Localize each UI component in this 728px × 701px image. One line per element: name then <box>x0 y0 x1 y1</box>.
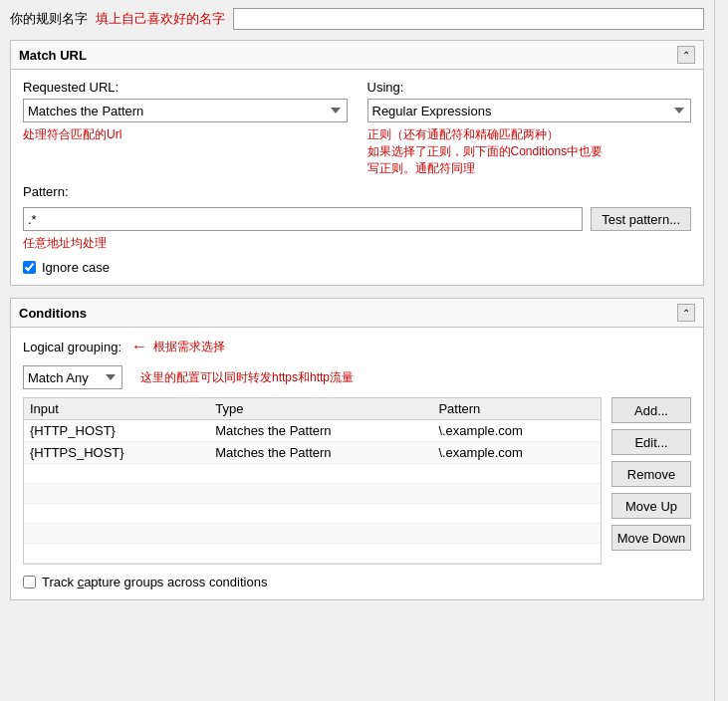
rule-name-row: 你的规则名字 填上自己喜欢好的名字 <box>10 8 704 30</box>
logical-grouping-label: Logical grouping: <box>23 340 121 354</box>
conditions-header: Conditions ⌃ <box>11 299 703 328</box>
logical-grouping-row: Logical grouping: ← 根据需求选择 <box>23 338 691 355</box>
table-row[interactable]: {HTTP_HOST} Matches the Pattern \.exampl… <box>24 420 601 442</box>
pattern-label: Pattern: <box>23 184 69 199</box>
pattern-section: Pattern: Test pattern... 任意地址均处理 <box>23 184 691 252</box>
rule-name-label: 你的规则名字 <box>10 10 88 28</box>
cell-pattern-1: \.example.com <box>432 442 601 464</box>
col-pattern: Pattern <box>432 398 601 420</box>
conditions-table: Input Type Pattern {HTTP_HOST} Matches t… <box>24 398 601 564</box>
move-up-button[interactable]: Move Up <box>611 493 691 519</box>
table-row-empty <box>24 524 601 544</box>
rule-name-input[interactable] <box>233 8 704 30</box>
add-button[interactable]: Add... <box>611 397 691 423</box>
col-input: Input <box>24 398 209 420</box>
conditions-buttons: Add... Edit... Remove Move Up Move Down <box>611 397 691 565</box>
conditions-collapse-btn[interactable]: ⌃ <box>677 304 695 322</box>
table-row[interactable]: {HTTPS_HOST} Matches the Pattern \.examp… <box>24 442 601 464</box>
move-down-button[interactable]: Move Down <box>611 525 691 551</box>
cell-input-1: {HTTPS_HOST} <box>24 442 209 464</box>
pattern-input[interactable] <box>23 207 583 231</box>
scrollbar[interactable] <box>714 0 728 701</box>
requested-url-select[interactable]: Matches the Pattern Does Not Match the P… <box>23 99 348 122</box>
using-hint: 正则（还有通配符和精确匹配两种）如果选择了正则，则下面的Conditions中也… <box>367 126 692 176</box>
conditions-table-header-row: Input Type Pattern <box>24 398 601 420</box>
logical-grouping-arrow-hint: 根据需求选择 <box>153 339 225 355</box>
match-url-body: Requested URL: Matches the Pattern Does … <box>11 70 703 285</box>
pattern-hint: 任意地址均处理 <box>23 236 107 250</box>
arrow-icon: ← <box>131 338 147 355</box>
table-row-empty <box>24 504 601 524</box>
match-url-section: Match URL ⌃ Requested URL: Matches the P… <box>10 40 704 286</box>
conditions-table-container: Input Type Pattern {HTTP_HOST} Matches t… <box>23 397 602 565</box>
conditions-layout: Input Type Pattern {HTTP_HOST} Matches t… <box>23 397 691 565</box>
requested-url-label: Requested URL: <box>23 80 348 95</box>
logical-grouping-hint: 这里的配置可以同时转发https和http流量 <box>140 369 354 386</box>
conditions-table-body: {HTTP_HOST} Matches the Pattern \.exampl… <box>24 420 601 564</box>
rule-name-hint: 填上自己喜欢好的名字 <box>96 10 225 28</box>
url-row: Requested URL: Matches the Pattern Does … <box>23 80 691 176</box>
table-row-empty <box>24 464 601 484</box>
track-capture-label: Track capture groups across conditions <box>42 575 267 589</box>
col-type: Type <box>209 398 432 420</box>
requested-url-col: Requested URL: Matches the Pattern Does … <box>23 80 348 176</box>
cell-input-0: {HTTP_HOST} <box>24 420 209 442</box>
arrow-hint: ← 根据需求选择 <box>131 338 225 355</box>
cell-pattern-0: \.example.com <box>432 420 601 442</box>
ignore-case-row: Ignore case <box>23 260 691 275</box>
using-select[interactable]: Regular Expressions Wildcards Exact Matc… <box>367 99 692 122</box>
pattern-input-row: Test pattern... <box>23 207 691 231</box>
remove-button[interactable]: Remove <box>611 461 691 487</box>
track-underline: c <box>78 575 85 589</box>
match-url-collapse-btn[interactable]: ⌃ <box>677 46 695 64</box>
table-row-empty <box>24 544 601 564</box>
ignore-case-label: Ignore case <box>42 260 110 275</box>
logical-grouping-select-row: Match Any Match All 这里的配置可以同时转发https和htt… <box>23 365 691 389</box>
conditions-title: Conditions <box>19 306 87 321</box>
requested-url-hint: 处理符合匹配的Url <box>23 126 348 143</box>
using-label: Using: <box>367 80 692 95</box>
cell-type-1: Matches the Pattern <box>209 442 432 464</box>
match-url-title: Match URL <box>19 48 87 63</box>
cell-type-0: Matches the Pattern <box>209 420 432 442</box>
match-url-header: Match URL ⌃ <box>11 41 703 70</box>
track-capture-checkbox[interactable] <box>23 576 36 588</box>
track-row: Track capture groups across conditions <box>23 575 691 589</box>
ignore-case-checkbox[interactable] <box>23 261 36 274</box>
conditions-body: Logical grouping: ← 根据需求选择 Match Any Mat… <box>11 328 703 599</box>
conditions-table-head: Input Type Pattern <box>24 398 601 420</box>
conditions-section: Conditions ⌃ Logical grouping: ← 根据需求选择 … <box>10 298 704 600</box>
logical-grouping-select[interactable]: Match Any Match All <box>23 365 122 389</box>
using-col: Using: Regular Expressions Wildcards Exa… <box>367 80 692 176</box>
test-pattern-button[interactable]: Test pattern... <box>591 207 691 231</box>
table-row-empty <box>24 484 601 504</box>
edit-button[interactable]: Edit... <box>611 429 691 455</box>
